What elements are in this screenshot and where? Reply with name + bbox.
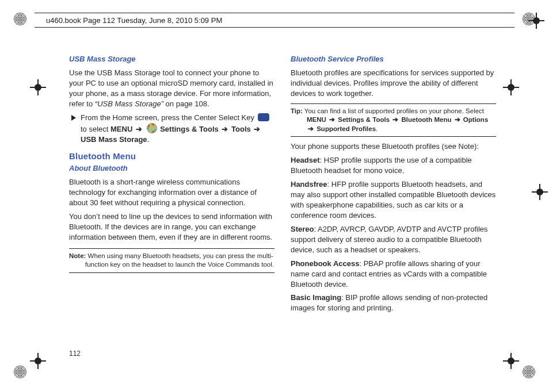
label-menu: MENU — [110, 125, 132, 133]
heading-about-bluetooth: About Bluetooth — [69, 163, 274, 174]
step-row: From the Home screen, press the Center S… — [71, 113, 274, 145]
tip-options: Options — [463, 116, 488, 123]
center-select-key-icon — [258, 113, 269, 121]
tip-bluetooth-menu: Bluetooth Menu — [402, 116, 452, 123]
note-label: Note: — [69, 252, 86, 259]
registration-mark-header — [528, 13, 544, 29]
note-text: When using many Bluetooth headsets, you … — [85, 252, 274, 268]
heading-usb-mass-storage: USB Mass Storage — [69, 54, 274, 64]
profile-headset: Headset: HSP profile supports the use of… — [291, 155, 496, 176]
period: . — [147, 135, 150, 144]
corner-ornament-bl — [14, 366, 26, 378]
tip-block: Tip: You can find a list of supported pr… — [291, 103, 496, 137]
content-area: USB Mass Storage Use the USB Mass Storag… — [69, 54, 496, 348]
registration-mark-bl — [30, 353, 46, 369]
left-column: USB Mass Storage Use the USB Mass Storag… — [69, 54, 274, 348]
heading-bt-profiles: Bluetooth Service Profiles — [291, 54, 496, 64]
arrow-icon: ➔ — [222, 125, 228, 133]
tip-menu: MENU — [307, 116, 326, 123]
corner-ornament-tl — [14, 13, 26, 25]
tip-supported-profiles: Supported Profiles — [317, 125, 376, 132]
manual-page: u460.book Page 112 Tuesday, June 8, 2010… — [0, 0, 549, 392]
registration-mark-mr — [532, 184, 548, 200]
corner-ornament-br — [523, 366, 535, 378]
page-header-text: u460.book Page 112 Tuesday, June 8, 2010… — [46, 16, 222, 25]
step-a: From the Home screen, press the Center S… — [81, 113, 257, 122]
label-tools: Tools — [229, 125, 253, 133]
profile-handsfree-label: Handsfree — [291, 180, 327, 189]
triangle-bullet-icon — [71, 115, 76, 121]
color-wheel-icon — [147, 123, 157, 133]
arrow-icon: ➔ — [308, 125, 314, 132]
label-settings-tools: Settings & Tools — [160, 125, 220, 133]
profile-basic-imaging: Basic Imaging: BIP profile allows sendin… — [291, 293, 496, 313]
arrow-icon: ➔ — [136, 125, 142, 133]
profile-handsfree: Handsfree: HFP profile supports Bluetoot… — [291, 179, 496, 221]
arrow-icon: ➔ — [392, 116, 398, 123]
profile-headset-label: Headset — [291, 156, 320, 164]
profile-stereo-label: Stereo — [291, 225, 314, 233]
note-block: Note: When using many Bluetooth headsets… — [69, 248, 274, 273]
page-header-bar: u460.book Page 112 Tuesday, June 8, 2010… — [35, 13, 514, 28]
usb-para-b: on page 108. — [163, 99, 209, 108]
profile-bip-label: Basic Imaging — [291, 293, 341, 302]
registration-mark-br — [503, 353, 519, 369]
profile-stereo: Stereo: A2DP, AVRCP, GAVDP, AVDTP and AV… — [291, 224, 496, 255]
bt-para-1: Bluetooth is a short-range wireless comm… — [69, 177, 274, 208]
profile-phonebook: Phonebook Access: PBAP profile allows sh… — [291, 259, 496, 290]
heading-bluetooth-menu: Bluetooth Menu — [69, 151, 274, 163]
bt-para-2: You don’t need to line up the devices to… — [69, 212, 274, 243]
usb-paragraph: Use the USB Mass Storage tool to connect… — [69, 68, 274, 109]
registration-mark-tr — [503, 79, 519, 95]
period: . — [376, 125, 378, 132]
step-b: to select — [81, 125, 110, 133]
supports-para: Your phone supports these Bluetooth prof… — [291, 141, 496, 152]
arrow-icon: ➔ — [254, 125, 260, 133]
arrow-icon: ➔ — [455, 116, 460, 123]
page-number: 112 — [69, 349, 81, 358]
step-text: From the Home screen, press the Center S… — [81, 113, 274, 145]
profile-stereo-text: : A2DP, AVRCP, GAVDP, AVDTP and AVCTP pr… — [291, 225, 488, 254]
tip-settings-tools: Settings & Tools — [338, 116, 390, 123]
profile-phonebook-label: Phonebook Access — [291, 259, 359, 268]
registration-mark-tl — [30, 79, 46, 95]
right-column: Bluetooth Service Profiles Bluetooth pro… — [291, 54, 496, 348]
usb-para-ital: “USB Mass Storage” — [95, 99, 163, 108]
tip-a: You can find a list of supported profile… — [303, 107, 484, 114]
arrow-icon: ➔ — [329, 116, 335, 123]
label-usb-mass-storage: USB Mass Storage — [81, 135, 147, 144]
profiles-para-1: Bluetooth profiles are specifications fo… — [291, 68, 496, 99]
tip-label: Tip: — [291, 107, 303, 114]
